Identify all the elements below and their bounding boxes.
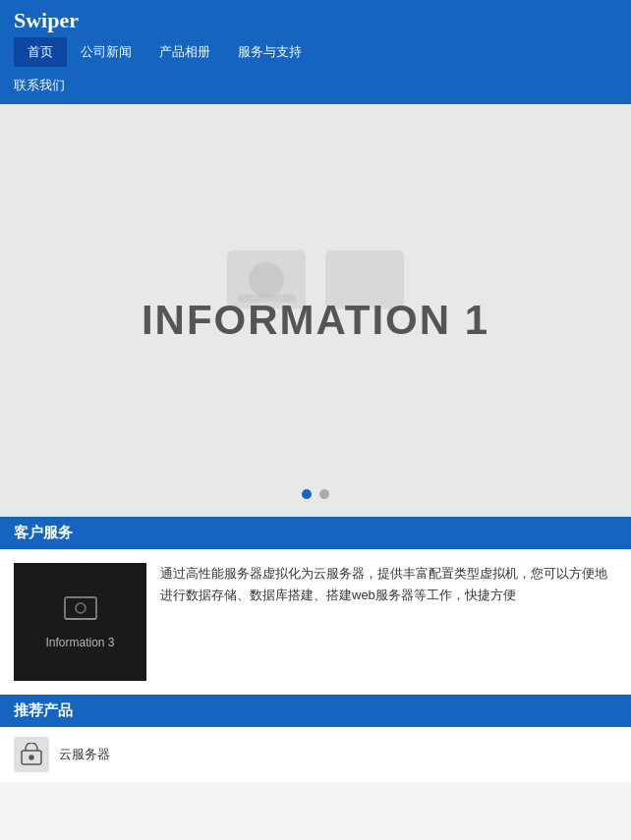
nav-item-home[interactable]: 首页 bbox=[14, 37, 67, 67]
recommended-section-header: 推荐产品 bbox=[0, 695, 631, 727]
slider-dot-1[interactable] bbox=[302, 489, 312, 499]
nav-item-products[interactable]: 产品相册 bbox=[145, 37, 224, 67]
nav-item-contact[interactable]: 联系我们 bbox=[0, 71, 79, 100]
slider-dots bbox=[302, 489, 329, 499]
recommended-section[interactable]: 云服务器 bbox=[0, 727, 631, 782]
header: Swiper 首页 公司新闻 产品相册 服务与支持 bbox=[0, 0, 631, 71]
svg-point-5 bbox=[76, 603, 86, 613]
nav-item-news[interactable]: 公司新闻 bbox=[67, 37, 145, 67]
nav-row1: 首页 公司新闻 产品相册 服务与支持 bbox=[14, 37, 617, 67]
cs-image-icon bbox=[63, 595, 98, 630]
slider-dot-2[interactable] bbox=[319, 489, 329, 499]
cs-image-label: Information 3 bbox=[45, 636, 114, 649]
cs-description: 通过高性能服务器虚拟化为云服务器，提供丰富配置类型虚拟机，您可以方便地进行数据存… bbox=[160, 563, 617, 606]
nav-row2: 联系我们 bbox=[0, 71, 631, 104]
slider-title: INFORMATION 1 bbox=[142, 297, 489, 344]
customer-service-section: Information 3 通过高性能服务器虚拟化为云服务器，提供丰富配置类型虚… bbox=[0, 549, 631, 695]
slider: INFORMATION 1 bbox=[0, 104, 631, 517]
cloud-server-icon bbox=[14, 737, 49, 772]
svg-point-2 bbox=[249, 262, 284, 298]
nav-item-support[interactable]: 服务与支持 bbox=[224, 37, 316, 67]
svg-rect-4 bbox=[65, 597, 96, 619]
recommended-item-label: 云服务器 bbox=[59, 746, 110, 763]
customer-service-section-header: 客户服务 bbox=[0, 517, 631, 549]
cs-image: Information 3 bbox=[14, 563, 146, 681]
svg-point-8 bbox=[29, 756, 33, 759]
logo: Swiper bbox=[14, 8, 617, 33]
